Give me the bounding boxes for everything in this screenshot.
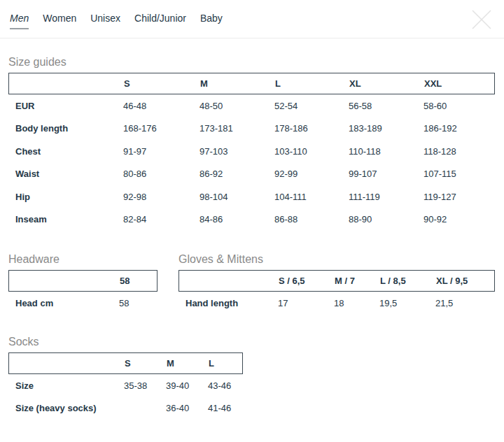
cell-value: 48-50: [200, 101, 274, 111]
cell-value: 91-97: [123, 146, 200, 157]
cell-value: 186-192: [424, 123, 495, 134]
column-header-s: S: [125, 358, 167, 369]
cell-value: 43-46: [208, 380, 243, 391]
close-icon[interactable]: [471, 9, 492, 30]
column-header-xl: XL: [349, 78, 424, 89]
column-header-m7: M / 7: [335, 276, 380, 286]
cell-value: 107-115: [424, 169, 495, 179]
table-row-eur: EUR 46-48 48-50 52-54 56-58 58-60: [8, 94, 495, 117]
cell-value: 86-92: [200, 169, 274, 179]
cell-value: 103-110: [274, 146, 349, 157]
row-label: Head cm: [8, 298, 119, 308]
category-tabs: Men Women Unisex Child/Junior Baby: [0, 0, 504, 29]
row-label: Hand length: [178, 298, 278, 308]
row-label: Size: [8, 380, 124, 391]
row-label: EUR: [8, 101, 123, 111]
column-header-s65: S / 6,5: [279, 276, 335, 286]
tab-child-junior[interactable]: Child/Junior: [134, 13, 186, 29]
headware-gloves-row: Headware 58 Head cm 58 Gloves & Mittens …: [8, 252, 495, 314]
table-row-inseam: Inseam 82-84 84-86 86-88 88-90 90-92: [8, 208, 495, 231]
column-header-s: S: [124, 78, 200, 89]
table-row-body-length: Body length 168-176 173-181 178-186 183-…: [8, 117, 495, 141]
cell-value: 98-104: [200, 192, 274, 202]
table-row-waist: Waist 80-86 86-92 92-99 99-107 107-115: [8, 163, 495, 186]
table-row-head-cm: Head cm 58: [8, 292, 158, 314]
cell-value: 19,5: [379, 298, 435, 308]
cell-value: 99-107: [349, 169, 424, 179]
socks-section: Socks S M L Size 35-38 39-40 43-46 Size …: [8, 335, 495, 419]
table-row-chest: Chest 91-97 97-103 103-110 110-118 118-1…: [8, 140, 495, 163]
headware-section: Headware 58 Head cm 58: [8, 252, 158, 314]
column-header-l: L: [209, 358, 242, 369]
size-guide-content: Size guides S M L XL XXL EUR 46-48 48-50…: [8, 55, 495, 419]
cell-value: 104-111: [274, 192, 349, 202]
row-label: Hip: [8, 192, 123, 202]
cell-value: 82-84: [123, 214, 200, 224]
tab-men[interactable]: Men: [10, 13, 29, 29]
cell-value: 58: [119, 298, 158, 308]
cell-value: 97-103: [200, 146, 274, 157]
column-header-m: M: [200, 78, 275, 89]
size-guides-header-row: S M L XL XXL: [8, 73, 495, 94]
cell-value: 18: [334, 298, 379, 308]
headware-header-row: 58: [8, 270, 158, 292]
size-guides-title: Size guides: [8, 55, 495, 69]
gloves-mittens-title: Gloves & Mittens: [178, 252, 495, 266]
row-label: Inseam: [8, 214, 123, 224]
gloves-mittens-section: Gloves & Mittens S / 6,5 M / 7 L / 8,5 X…: [178, 252, 495, 314]
table-row-size: Size 35-38 39-40 43-46: [8, 374, 243, 397]
column-header-58: 58: [120, 276, 157, 286]
cell-value: 52-54: [274, 101, 349, 111]
tab-unisex[interactable]: Unisex: [90, 13, 120, 29]
cell-value: 84-86: [200, 214, 274, 224]
cell-value: 173-181: [200, 123, 274, 134]
column-header-l: L: [275, 78, 349, 89]
cell-value: 110-118: [349, 146, 424, 157]
cell-value: 178-186: [274, 123, 349, 134]
cell-value: 168-176: [123, 123, 200, 134]
cell-value: 88-90: [349, 214, 424, 224]
tab-women[interactable]: Women: [43, 13, 76, 29]
column-header-l85: L / 8,5: [380, 276, 436, 286]
table-row-hip: Hip 92-98 98-104 104-111 111-119 119-127: [8, 185, 495, 208]
row-label: Body length: [8, 123, 123, 134]
headware-title: Headware: [8, 252, 158, 266]
table-row-size-heavy-socks: Size (heavy socks) 36-40 41-46: [8, 397, 495, 419]
cell-value: 86-88: [274, 214, 349, 224]
cell-value: 39-40: [166, 380, 208, 391]
cell-value: 119-127: [424, 192, 495, 202]
size-guides-table-body: EUR 46-48 48-50 52-54 56-58 58-60 Body l…: [8, 94, 495, 231]
cell-value: 56-58: [349, 101, 424, 111]
tab-baby[interactable]: Baby: [200, 13, 223, 29]
socks-title: Socks: [8, 335, 495, 348]
cell-value: 118-128: [424, 146, 495, 157]
cell-value: 92-99: [274, 169, 349, 179]
cell-value: 17: [278, 298, 334, 308]
gloves-header-row: S / 6,5 M / 7 L / 8,5 XL / 9,5: [178, 270, 495, 292]
cell-value: 80-86: [123, 169, 200, 179]
cell-value: 36-40: [166, 403, 208, 413]
cell-value: 183-189: [349, 123, 424, 134]
row-label: Chest: [8, 146, 123, 157]
table-row-hand-length: Hand length 17 18 19,5 21,5: [178, 292, 495, 314]
column-header-xl95: XL / 9,5: [436, 276, 494, 286]
cell-value: 111-119: [349, 192, 424, 202]
socks-header-row: S M L: [8, 352, 243, 374]
column-header-m: M: [167, 358, 209, 369]
cell-value: 41-46: [208, 403, 495, 413]
cell-value: 58-60: [424, 101, 495, 111]
cell-value: 46-48: [123, 101, 200, 111]
column-header-xxl: XXL: [424, 78, 494, 89]
cell-value: 92-98: [123, 192, 200, 202]
tab-bar: Men Women Unisex Child/Junior Baby: [0, 0, 504, 38]
row-label: Waist: [8, 169, 123, 179]
cell-value: 35-38: [124, 380, 166, 391]
size-guides-section: Size guides S M L XL XXL EUR 46-48 48-50…: [8, 55, 495, 231]
cell-value: 21,5: [435, 298, 495, 308]
cell-value: 90-92: [424, 214, 495, 224]
row-label: Size (heavy socks): [8, 403, 124, 413]
